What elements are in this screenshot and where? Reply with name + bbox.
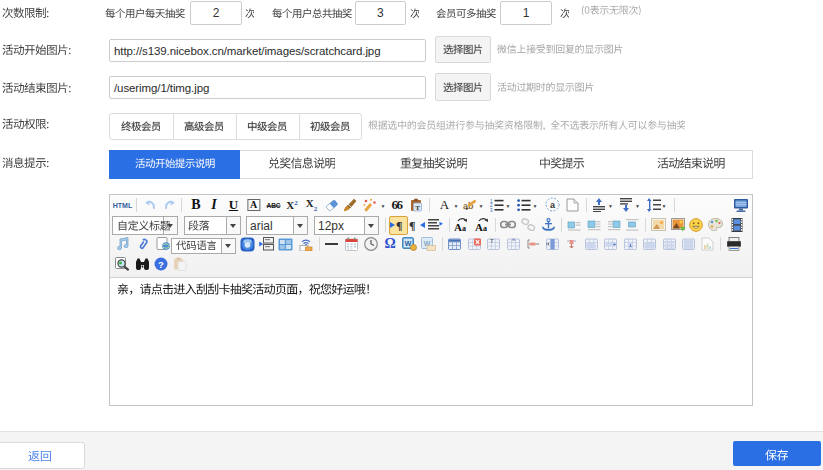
svg-text:a: a: [549, 200, 555, 210]
svg-text:A: A: [475, 221, 483, 232]
svg-text:?: ?: [158, 259, 164, 270]
svg-text:¶: ¶: [409, 219, 415, 231]
svg-text:A: A: [454, 221, 462, 232]
svg-text:¶: ¶: [396, 219, 402, 231]
svg-text:T: T: [490, 238, 494, 244]
svg-text:a: a: [483, 224, 487, 232]
svg-text:T: T: [415, 203, 420, 211]
svg-text:a: a: [462, 224, 466, 232]
svg-text:3: 3: [490, 208, 493, 212]
